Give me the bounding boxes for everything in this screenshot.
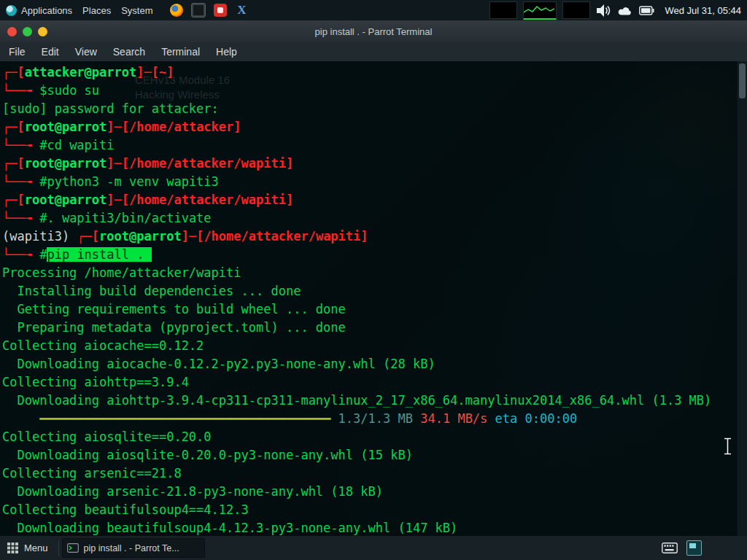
xorg-icon[interactable]: X xyxy=(235,4,248,17)
terminal-line: ┌─[attacker@parrot]─[~] xyxy=(2,63,738,82)
places-menu[interactable]: Places xyxy=(82,5,111,16)
terminal-menubar: File Edit View Search Terminal Help xyxy=(0,42,747,61)
top-panel: Applications Places System X xyxy=(0,0,747,20)
scrollbar-track[interactable] xyxy=(737,61,747,536)
terminal-line: Collecting arsenic==21.8 xyxy=(2,464,738,483)
applications-menu[interactable]: Applications xyxy=(6,5,72,16)
battery-icon[interactable] xyxy=(639,6,654,15)
terminal-viewport[interactable]: CEHv13 Module 16 Hacking Wireless ┌─[att… xyxy=(0,61,747,536)
terminal-line: Getting requirements to build wheel ... … xyxy=(2,300,738,319)
cloud-sync-icon[interactable] xyxy=(618,5,633,16)
taskbar-menu-button[interactable]: Menu xyxy=(0,536,58,560)
close-button[interactable] xyxy=(7,27,17,36)
volume-icon[interactable] xyxy=(596,4,612,17)
workspace-box-2[interactable] xyxy=(562,1,590,19)
clock[interactable]: Wed Jul 31, 05:44 xyxy=(665,5,741,16)
terminal-line: Collecting aiohttp==3.9.4 xyxy=(2,373,738,392)
terminal-line: Preparing metadata (pyproject.toml) ... … xyxy=(2,319,738,337)
terminal-line: Installing build dependencies ... done xyxy=(2,282,738,300)
menu-file[interactable]: File xyxy=(9,46,26,58)
keyboard-layout-icon[interactable] xyxy=(662,542,678,553)
terminal-line: Processing /home/attacker/wapiti xyxy=(2,264,738,282)
taskbar-window-button[interactable]: pip install . - Parrot Te... xyxy=(62,538,205,558)
system-monitor-applet[interactable] xyxy=(523,1,557,20)
terminal-line: └──╼ #. wapiti3/bin/activate xyxy=(2,209,738,228)
terminal-line: ┌─[root@parrot]─[/home/attacker] xyxy=(2,118,738,136)
mouse-cursor xyxy=(723,438,732,455)
applications-label: Applications xyxy=(21,5,72,16)
terminal-line: Downloading aiohttp-3.9.4-cp311-cp311-ma… xyxy=(2,392,738,410)
red-app-icon[interactable] xyxy=(214,4,227,17)
terminal-output: ┌─[attacker@parrot]─[~]└──╼ $sudo su[sud… xyxy=(0,61,738,536)
menu-terminal[interactable]: Terminal xyxy=(161,46,200,58)
system-menu[interactable]: System xyxy=(121,5,152,16)
terminal-line: Downloading beautifulsoup4-4.12.3-py3-no… xyxy=(2,519,738,537)
workspace-box-1[interactable] xyxy=(489,1,517,19)
minimize-button[interactable] xyxy=(38,27,47,36)
terminal-line: └──╼ #python3 -m venv wapiti3 xyxy=(2,173,738,191)
taskbar-window-label: pip install . - Parrot Te... xyxy=(84,543,179,553)
places-label: Places xyxy=(82,5,111,16)
parrot-logo-icon xyxy=(6,5,17,16)
terminal-titlebar[interactable]: pip install . - Parrot Terminal xyxy=(0,20,747,42)
taskbar-separator xyxy=(58,540,59,556)
menu-edit[interactable]: Edit xyxy=(42,46,59,58)
menu-grid-icon xyxy=(7,542,18,553)
terminal-line: └──╼ #pip install . xyxy=(2,246,738,264)
terminal-line: Downloading arsenic-21.8-py3-none-any.wh… xyxy=(2,483,738,501)
menu-view[interactable]: View xyxy=(75,46,97,58)
firefox-icon[interactable] xyxy=(170,4,183,17)
terminal-line: Collecting aiocache==0.12.2 xyxy=(2,337,738,355)
notification-tray-icon[interactable] xyxy=(686,540,702,556)
terminal-line: ┌─[root@parrot]─[/home/attacker/wapiti] xyxy=(2,191,738,209)
terminal-line: Collecting beautifulsoup4==4.12.3 xyxy=(2,501,738,519)
terminal-launcher-icon[interactable] xyxy=(191,3,206,18)
scrollbar-thumb[interactable] xyxy=(739,63,746,98)
terminal-line: ━━━━━━━━━━━━━━━━━━━━━━━━━━━━━━━━━━━━━━━ … xyxy=(2,410,738,428)
terminal-line: Collecting aiosqlite==0.20.0 xyxy=(2,428,738,446)
terminal-line: [sudo] password for attacker: xyxy=(2,100,738,118)
terminal-line: └──╼ $sudo su xyxy=(2,82,738,100)
terminal-task-icon xyxy=(67,543,79,553)
window-title: pip install . - Parrot Terminal xyxy=(0,26,747,37)
menu-search[interactable]: Search xyxy=(113,46,145,58)
taskbar-menu-label: Menu xyxy=(24,542,48,553)
system-label: System xyxy=(121,5,152,16)
maximize-button[interactable] xyxy=(23,27,32,36)
terminal-line: └──╼ #cd wapiti xyxy=(2,136,738,155)
menu-help[interactable]: Help xyxy=(216,46,237,58)
terminal-line: (wapiti3) ┌─[root@parrot]─[/home/attacke… xyxy=(2,228,738,246)
terminal-line: Downloading aiocache-0.12.2-py2.py3-none… xyxy=(2,355,738,373)
terminal-line: Downloading aiosqlite-0.20.0-py3-none-an… xyxy=(2,446,738,464)
terminal-line: ┌─[root@parrot]─[/home/attacker/wapiti] xyxy=(2,155,738,173)
taskbar: Menu pip install . - Parrot Te... xyxy=(0,536,747,560)
